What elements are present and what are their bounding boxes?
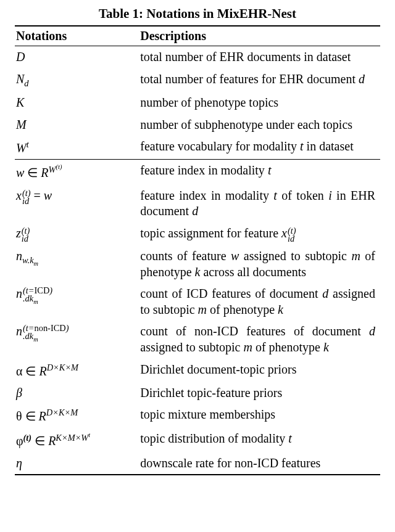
description-cell: total number of features for EHR documen… [139, 68, 380, 92]
description-cell: topic assignment for feature x(t)id [139, 223, 380, 245]
notation-cell: K [15, 92, 139, 114]
notation-cell: D [15, 46, 139, 68]
notation-cell: Wt [15, 136, 139, 160]
notation-cell: nw.km [15, 245, 139, 283]
description-cell: number of subphenotype under each topics [139, 114, 380, 136]
header-descriptions: Descriptions [139, 26, 380, 46]
table-row: w ∈ RW(t)feature index in modality t [15, 160, 380, 185]
table-row: θ ∈ RD×K×Mtopic mixture memberships [15, 404, 380, 427]
description-cell: Dirichlet topic-feature priors [139, 382, 380, 404]
description-cell: Dirichlet document-topic priors [139, 359, 380, 382]
notation-cell: n(t=ICD).dkm [15, 283, 139, 321]
notation-cell: α ∈ RD×K×M [15, 359, 139, 382]
notation-cell: n(t=non-ICD).dkm [15, 321, 139, 358]
notation-cell: β [15, 382, 139, 404]
notation-cell: z(t)id [15, 223, 139, 245]
table-row: z(t)idtopic assignment for feature x(t)i… [15, 223, 380, 245]
description-cell: count of ICD features of document d assi… [139, 283, 380, 321]
notation-cell: w ∈ RW(t) [15, 160, 139, 185]
notation-cell: θ ∈ RD×K×M [15, 404, 139, 427]
table-caption: Table 1: Notations in MixEHR-Nest [15, 6, 380, 22]
description-cell: feature vocabulary for modality t in dat… [139, 136, 380, 160]
description-cell: number of phenotype topics [139, 92, 380, 114]
table-row: φ(t) ∈ RK×M×Wttopic distribution of moda… [15, 428, 380, 452]
notation-cell: x(t)id = w [15, 185, 139, 223]
table-row: Dtotal number of EHR documents in datase… [15, 46, 380, 68]
table-row: Mnumber of subphenotype under each topic… [15, 114, 380, 136]
description-cell: topic distribution of modality t [139, 428, 380, 452]
notation-cell: η [15, 452, 139, 475]
notation-cell: φ(t) ∈ RK×M×Wt [15, 428, 139, 452]
description-cell: total number of EHR documents in dataset [139, 46, 380, 68]
table-row: n(t=ICD).dkmcount of ICD features of doc… [15, 283, 380, 321]
notation-cell: Nd [15, 68, 139, 92]
header-notations: Notations [15, 26, 139, 46]
table-row: βDirichlet topic-feature priors [15, 382, 380, 404]
table-row: x(t)id = wfeature index in modality t of… [15, 185, 380, 223]
description-cell: feature index in modality t [139, 160, 380, 185]
table-row: Knumber of phenotype topics [15, 92, 380, 114]
notations-table: Notations Descriptions Dtotal number of … [15, 25, 380, 475]
table-row: Wtfeature vocabulary for modality t in d… [15, 136, 380, 160]
description-cell: downscale rate for non-ICD features [139, 452, 380, 475]
description-cell: feature index in modality t of token i i… [139, 185, 380, 223]
notation-cell: M [15, 114, 139, 136]
table-row: ηdownscale rate for non-ICD features [15, 452, 380, 475]
table-row: α ∈ RD×K×MDirichlet document-topic prior… [15, 359, 380, 382]
table-row: n(t=non-ICD).dkmcount of non-ICD feature… [15, 321, 380, 358]
table-row: Ndtotal number of features for EHR docum… [15, 68, 380, 92]
table-row: nw.kmcounts of feature w assigned to sub… [15, 245, 380, 283]
description-cell: topic mixture memberships [139, 404, 380, 427]
description-cell: count of non-ICD features of document d … [139, 321, 380, 358]
description-cell: counts of feature w assigned to subtopic… [139, 245, 380, 283]
